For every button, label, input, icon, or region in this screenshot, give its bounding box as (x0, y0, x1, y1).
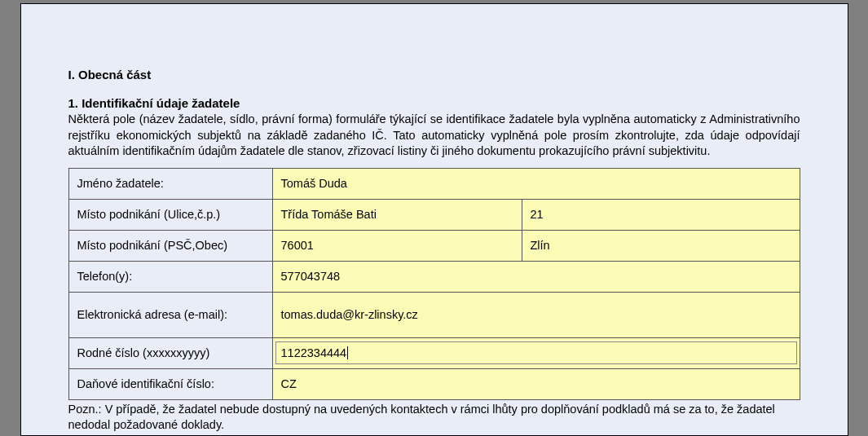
label-taxid: Daňové identifikační číslo: (68, 368, 272, 399)
label-birthno: Rodné číslo (xxxxxxyyyy) (68, 337, 272, 368)
value-taxid[interactable]: CZ (272, 368, 800, 399)
label-name: Jméno žadatele: (68, 168, 272, 199)
value-city[interactable]: Zlín (522, 230, 800, 261)
form-page: I. Obecná část 1. Identifikační údaje ža… (20, 3, 848, 436)
label-email: Elektronická adresa (e-mail): (68, 292, 272, 337)
value-email[interactable]: tomas.duda@kr-zlinsky.cz (272, 292, 800, 337)
row-email: Elektronická adresa (e-mail): tomas.duda… (68, 292, 800, 337)
text-cursor (347, 346, 348, 359)
label-street: Místo podnikání (Ulice,č.p.) (68, 199, 272, 230)
input-birthno-text: 1122334444 (281, 346, 347, 359)
input-birthno-cell[interactable]: 1122334444 (272, 337, 800, 368)
row-city: Místo podnikání (PSČ,Obec) 76001 Zlín (68, 230, 800, 261)
footnote: Pozn.: V případě, že žadatel nebude dost… (68, 402, 800, 434)
row-phone: Telefon(y): 577043748 (68, 261, 800, 292)
value-postcode[interactable]: 76001 (272, 230, 522, 261)
value-street-number[interactable]: 21 (522, 199, 800, 230)
value-street-name[interactable]: Třída Tomáše Bati (272, 199, 522, 230)
label-phone: Telefon(y): (68, 261, 272, 292)
row-name: Jméno žadatele: Tomáš Duda (68, 168, 800, 199)
label-city: Místo podnikání (PSČ,Obec) (68, 230, 272, 261)
section-title: I. Obecná část (68, 68, 800, 81)
row-birthno: Rodné číslo (xxxxxxyyyy) 1122334444 (68, 337, 800, 368)
row-street: Místo podnikání (Ulice,č.p.) Třída Tomáš… (68, 199, 800, 230)
row-taxid: Daňové identifikační číslo: CZ (68, 368, 800, 399)
subsection-title: 1. Identifikační údaje žadatele (68, 96, 800, 110)
intro-paragraph: Některá pole (název žadatele, sídlo, prá… (68, 112, 800, 160)
value-name[interactable]: Tomáš Duda (272, 168, 800, 199)
applicant-table: Jméno žadatele: Tomáš Duda Místo podniká… (68, 168, 800, 400)
input-birthno[interactable]: 1122334444 (275, 341, 797, 364)
value-phone[interactable]: 577043748 (272, 261, 800, 292)
